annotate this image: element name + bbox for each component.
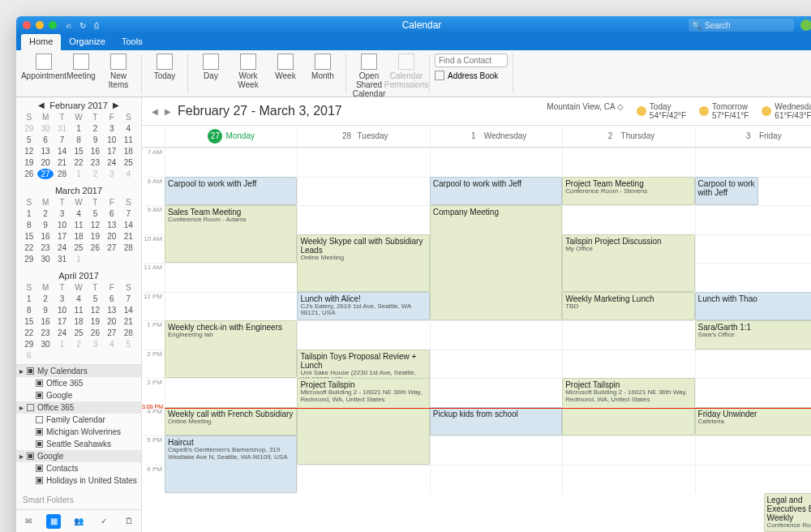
grid-cell[interactable] [165,378,297,407]
grid-cell[interactable] [297,177,429,206]
grid-cell[interactable] [695,234,811,264]
grid-cell[interactable] [562,465,694,494]
grid-cell[interactable] [165,292,297,321]
undo-icon[interactable]: ⎌ [67,21,71,30]
checkbox-icon[interactable] [36,465,43,472]
grid-cell[interactable] [695,435,811,465]
grid-cell[interactable] [297,205,429,234]
grid-cell[interactable] [695,205,811,234]
calendar-event[interactable]: Project TailspinMicrosoft Building 2 - 1… [297,378,429,465]
calendar-group[interactable]: ▸ Google [16,450,141,462]
calendar-item[interactable]: Michigan Wolverines [16,426,141,438]
next-week-button[interactable]: ▶ [165,107,171,116]
calendar-event[interactable]: Lunch with Alice!CJ's Eatery, 2619 1st A… [297,292,429,321]
grid-cell[interactable] [430,435,562,465]
checkbox-icon[interactable] [36,440,43,448]
grid-cell[interactable] [297,320,429,350]
checkbox-icon[interactable] [27,404,34,411]
checkbox-icon[interactable] [36,392,43,399]
grid-cell[interactable] [695,350,811,379]
calendar-group[interactable]: ▸ Office 365 [16,401,141,414]
month-view-button[interactable]: Month [305,54,341,80]
calendar-event[interactable]: Tailspin Project DiscussionMy Office [562,234,694,292]
calendar-event[interactable]: Sara/Garth 1:1Sara's Office [695,320,811,350]
smart-folders-label[interactable]: Smart Folders [16,491,141,509]
calendar-event[interactable]: Project TailspinMicrosoft Building 2 - 1… [562,378,694,435]
notes-nav-icon[interactable]: 🗒 [122,514,136,529]
grid-cell[interactable] [297,148,429,177]
calendar-event[interactable]: HaircutCapelli's Gentlemen's Barbershop,… [165,435,297,493]
grid-cell[interactable] [430,465,562,494]
calendar-event[interactable]: Legal and Executives Bi-WeeklyConference… [764,493,811,532]
calendar-event[interactable]: Lunch with Thao [695,292,811,321]
today-button[interactable]: Today [147,54,182,80]
calendar-item[interactable]: Seattle Seahawks [16,438,141,450]
prev-week-button[interactable]: ◀ [152,107,158,116]
meeting-button[interactable]: Meeting [63,54,99,80]
checkbox-icon[interactable] [27,367,34,375]
tab-organize[interactable]: Organize [61,34,114,50]
grid-cell[interactable] [430,320,562,350]
calendar-item[interactable]: Office 365 [16,377,141,389]
close-window-button[interactable] [23,21,31,29]
calendar-event[interactable]: Sales Team MeetingConference Room - Adam… [165,205,297,263]
calendar-event[interactable]: Friday UnwinderCafeteria [695,407,811,436]
grid-cell[interactable] [562,435,694,465]
grid-cell[interactable] [695,378,811,407]
grid-cell[interactable] [695,465,811,494]
tasks-nav-icon[interactable]: ✓ [97,514,111,529]
calendar-event[interactable]: Weekly Skype call with Subsidiary LeadsO… [297,234,429,292]
find-contact-input[interactable] [435,54,508,67]
mini-calendar[interactable]: ◀ February 2017 ▶SMTWTFS2930311234567891… [16,97,141,182]
search-input[interactable]: 🔍 Search [689,19,794,32]
grid-cell[interactable] [562,350,694,379]
calendar-event[interactable]: Carpool to work with Jeff [165,177,297,206]
redo-icon[interactable]: ↻ [79,21,86,30]
minimize-window-button[interactable] [36,21,44,29]
calendar-permissions-button[interactable]: Calendar Permissions [388,54,424,89]
grid-cell[interactable] [430,378,562,407]
new-items-button[interactable]: New Items [101,54,136,89]
tab-home[interactable]: Home [21,34,61,50]
weather-location[interactable]: Mountain View, CA ◇ [547,102,624,120]
grid-cell[interactable] [695,148,811,177]
print-icon[interactable]: ⎙ [94,21,99,30]
calendar-event[interactable]: Weekly check-in with EngineersEngineerin… [165,320,297,378]
calendar-nav-icon[interactable]: ▦ [46,514,61,529]
checkbox-icon[interactable] [36,477,43,484]
address-book-button[interactable]: Address Book [435,71,498,80]
workweek-view-button[interactable]: Work Week [230,54,266,89]
presence-icon[interactable] [800,19,811,31]
checkbox-icon[interactable] [36,416,43,423]
calendar-event[interactable]: Carpool to work with Jeff [430,177,562,206]
mini-calendar[interactable]: April 2017SMTWTFS12345678910111213141516… [16,268,141,364]
open-shared-calendar-button[interactable]: Open Shared Calendar [351,54,387,97]
checkbox-icon[interactable] [36,428,43,435]
calendar-item[interactable]: Google [16,389,141,401]
grid-cell[interactable] [562,320,694,350]
tab-tools[interactable]: Tools [114,34,151,50]
grid-cell[interactable] [430,350,562,379]
day-view-button[interactable]: Day [193,54,229,80]
calendar-event[interactable]: Project Team MeetingConference Room - St… [562,177,694,206]
grid-cell[interactable] [165,148,297,177]
calendar-item[interactable]: Holidays in United States [16,474,141,487]
grid-cell[interactable] [695,263,811,292]
calendar-group[interactable]: ▸ My Calendars [16,365,141,377]
calendar-event[interactable]: Weekly Marketing LunchTBD [562,292,694,321]
week-view-button[interactable]: Week [268,54,303,80]
grid-cell[interactable] [297,465,429,494]
calendar-event[interactable]: Pickup kids from school [430,407,562,436]
grid-cell[interactable] [562,205,694,234]
appointment-button[interactable]: Appointment [26,54,62,80]
checkbox-icon[interactable] [27,453,34,460]
checkbox-icon[interactable] [36,380,43,387]
mail-nav-icon[interactable]: ✉ [21,514,36,529]
calendar-event[interactable]: Weekly call with French SubsidiaryOnline… [165,407,297,436]
grid-cell[interactable] [562,148,694,177]
grid-cell[interactable] [165,263,297,292]
zoom-window-button[interactable] [49,21,57,29]
people-nav-icon[interactable]: 👥 [71,514,86,529]
mini-calendar[interactable]: March 2017SMTWTFS12345678910111213141516… [16,182,141,268]
calendar-item[interactable]: Contacts [16,462,141,474]
